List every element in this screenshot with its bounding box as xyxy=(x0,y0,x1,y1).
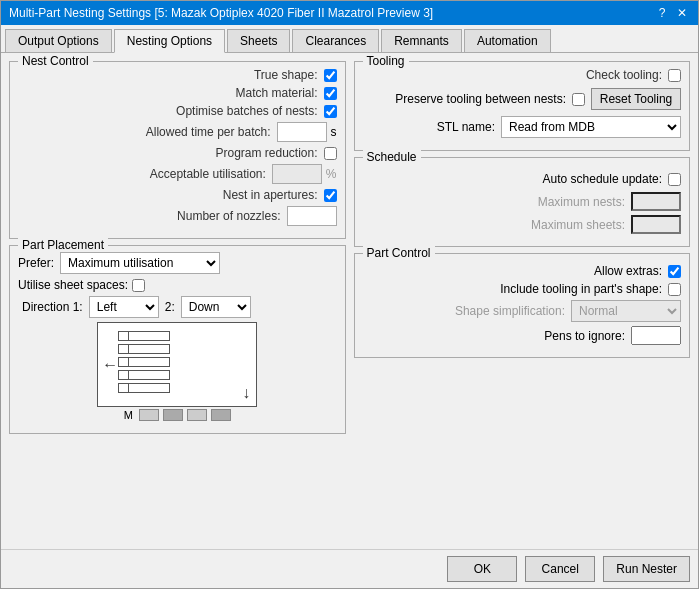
include-tooling-row: Include tooling in part's shape: xyxy=(363,282,682,296)
part-control-title: Part Control xyxy=(363,246,435,260)
part-row-3 xyxy=(118,357,170,367)
diagram-ctrl-3[interactable] xyxy=(187,409,207,421)
tooling-title: Tooling xyxy=(363,54,409,68)
stl-name-label: STL name: xyxy=(437,120,495,134)
diagram-controls: M xyxy=(97,409,257,421)
program-reduction-label: Program reduction: xyxy=(215,146,317,160)
nest-in-apertures-checkbox[interactable] xyxy=(324,189,337,202)
title-controls: ? ✕ xyxy=(654,5,690,21)
close-button[interactable]: ✕ xyxy=(674,5,690,21)
check-tooling-row: Check tooling: xyxy=(363,68,682,82)
max-sheets-label: Maximum sheets: xyxy=(531,218,625,232)
tab-output[interactable]: Output Options xyxy=(5,29,112,52)
acceptable-utilisation-input[interactable]: 70 xyxy=(272,164,322,184)
right-column: Tooling Check tooling: Preserve tooling … xyxy=(354,61,691,541)
diagram-ctrl-1[interactable] xyxy=(139,409,159,421)
include-tooling-label: Include tooling in part's shape: xyxy=(500,282,662,296)
number-of-nozzles-input[interactable]: 1 xyxy=(287,206,337,226)
allow-extras-checkbox[interactable] xyxy=(668,265,681,278)
cancel-button[interactable]: Cancel xyxy=(525,556,595,582)
part-row-5 xyxy=(118,383,170,393)
pens-to-ignore-input[interactable]: 0 xyxy=(631,326,681,345)
allow-extras-row: Allow extras: xyxy=(363,264,682,278)
true-shape-checkbox[interactable] xyxy=(324,69,337,82)
placement-diagram-wrap: ← ↓ M xyxy=(97,322,257,421)
max-nests-label: Maximum nests: xyxy=(538,195,625,209)
origin-label: M xyxy=(124,409,133,421)
schedule-group: Schedule Auto schedule update: Maximum n… xyxy=(354,157,691,247)
tab-sheets[interactable]: Sheets xyxy=(227,29,290,52)
main-area: Nest Control True shape: Match material:… xyxy=(9,61,690,541)
true-shape-row: True shape: xyxy=(18,68,337,82)
auto-schedule-checkbox[interactable] xyxy=(668,173,681,186)
allowed-time-input[interactable]: 5 xyxy=(277,122,327,142)
nest-control-group: Nest Control True shape: Match material:… xyxy=(9,61,346,239)
shape-simplification-label: Shape simplification: xyxy=(455,304,565,318)
auto-schedule-label: Auto schedule update: xyxy=(543,172,662,186)
include-tooling-checkbox[interactable] xyxy=(668,283,681,296)
check-tooling-label: Check tooling: xyxy=(586,68,662,82)
shape-simplification-row: Shape simplification: Normal Simple Exac… xyxy=(363,300,682,322)
match-material-label: Match material: xyxy=(235,86,317,100)
left-arrow-icon: ← xyxy=(102,356,118,374)
down-arrow-icon: ↓ xyxy=(242,384,250,402)
left-column: Nest Control True shape: Match material:… xyxy=(9,61,346,541)
direction1-select[interactable]: Left Right xyxy=(89,296,159,318)
reset-tooling-button[interactable]: Reset Tooling xyxy=(591,88,681,110)
max-sheets-input[interactable]: 1 xyxy=(631,215,681,234)
help-button[interactable]: ? xyxy=(654,5,670,21)
allowed-time-label: Allowed time per batch: xyxy=(146,125,271,139)
pens-to-ignore-row: Pens to ignore: 0 xyxy=(363,326,682,345)
part-row-2 xyxy=(118,344,170,354)
true-shape-label: True shape: xyxy=(254,68,318,82)
diagram-ctrl-2[interactable] xyxy=(163,409,183,421)
tooling-group: Tooling Check tooling: Preserve tooling … xyxy=(354,61,691,151)
acceptable-utilisation-unit: % xyxy=(326,167,337,181)
nest-control-title: Nest Control xyxy=(18,54,93,68)
tab-clearances[interactable]: Clearances xyxy=(292,29,379,52)
direction1-label: Direction 1: xyxy=(22,300,83,314)
utilise-sheet-label: Utilise sheet spaces: xyxy=(18,278,128,292)
tab-remnants[interactable]: Remnants xyxy=(381,29,462,52)
allow-extras-label: Allow extras: xyxy=(594,264,662,278)
shape-simplification-select[interactable]: Normal Simple Exact xyxy=(571,300,681,322)
main-window: Multi-Part Nesting Settings [5: Mazak Op… xyxy=(0,0,699,589)
match-material-checkbox[interactable] xyxy=(324,87,337,100)
allowed-time-row: Allowed time per batch: 5 s xyxy=(18,122,337,142)
diagram-ctrl-4[interactable] xyxy=(211,409,231,421)
stl-name-select[interactable]: Read from MDB Custom xyxy=(501,116,681,138)
program-reduction-row: Program reduction: xyxy=(18,146,337,160)
part-row-4 xyxy=(118,370,170,380)
schedule-title: Schedule xyxy=(363,150,421,164)
preserve-tooling-label: Preserve tooling between nests: xyxy=(395,92,566,106)
run-nester-button[interactable]: Run Nester xyxy=(603,556,690,582)
optimise-batches-checkbox[interactable] xyxy=(324,105,337,118)
max-nests-row: Maximum nests: 1 xyxy=(363,192,682,211)
optimise-batches-label: Optimise batches of nests: xyxy=(176,104,317,118)
title-bar: Multi-Part Nesting Settings [5: Mazak Op… xyxy=(1,1,698,25)
utilise-sheet-row: Utilise sheet spaces: xyxy=(18,278,337,292)
prefer-select[interactable]: Maximum utilisation Minimum sheets Speed xyxy=(60,252,220,274)
part-row-1 xyxy=(118,331,170,341)
ok-button[interactable]: OK xyxy=(447,556,517,582)
max-nests-input[interactable]: 1 xyxy=(631,192,681,211)
part-placement-title: Part Placement xyxy=(18,238,108,252)
direction2-select[interactable]: Down Up xyxy=(181,296,251,318)
program-reduction-checkbox[interactable] xyxy=(324,147,337,160)
preserve-tooling-checkbox[interactable] xyxy=(572,93,585,106)
tab-automation[interactable]: Automation xyxy=(464,29,551,52)
tabs-bar: Output Options Nesting Options Sheets Cl… xyxy=(1,25,698,53)
auto-schedule-row: Auto schedule update: xyxy=(363,172,682,186)
tab-nesting[interactable]: Nesting Options xyxy=(114,29,225,53)
match-material-row: Match material: xyxy=(18,86,337,100)
utilise-sheet-checkbox[interactable] xyxy=(132,279,145,292)
number-of-nozzles-label: Number of nozzles: xyxy=(177,209,280,223)
check-tooling-checkbox[interactable] xyxy=(668,69,681,82)
nest-in-apertures-row: Nest in apertures: xyxy=(18,188,337,202)
optimise-batches-row: Optimise batches of nests: xyxy=(18,104,337,118)
tab-content: Nest Control True shape: Match material:… xyxy=(1,53,698,549)
allowed-time-unit: s xyxy=(331,125,337,139)
direction-row: Direction 1: Left Right 2: Down Up xyxy=(18,296,337,318)
prefer-label: Prefer: xyxy=(18,256,54,270)
stl-name-row: STL name: Read from MDB Custom xyxy=(363,116,682,138)
